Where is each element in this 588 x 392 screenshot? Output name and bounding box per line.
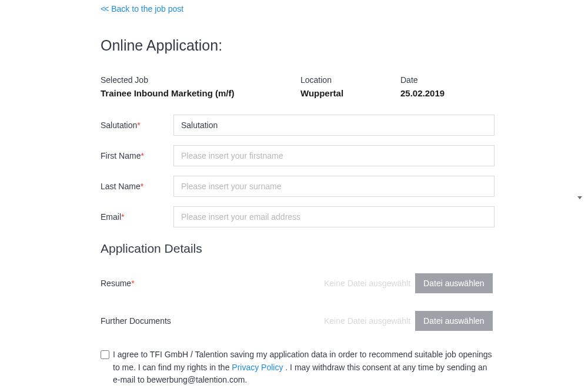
- date-value: 25.02.2019: [400, 88, 495, 98]
- further-documents-file-status: Keine Datei ausgewählt: [324, 316, 410, 326]
- application-details-title: Application Details: [101, 242, 495, 256]
- salutation-label: Salutation*: [101, 120, 173, 130]
- selected-job-label: Selected Job: [101, 75, 300, 85]
- chevron-down-icon: [577, 192, 582, 201]
- further-documents-choose-file-button[interactable]: Datei auswählen: [415, 311, 493, 331]
- privacy-policy-link[interactable]: Privacy Policy: [232, 363, 283, 372]
- first-name-label: First Name*: [101, 151, 173, 160]
- selected-job-value: Trainee Inbound Marketing (m/f): [101, 88, 300, 98]
- location-value: Wuppertal: [300, 88, 400, 98]
- back-link[interactable]: << Back to the job post: [101, 4, 183, 14]
- email-label: Email*: [101, 212, 173, 222]
- date-label: Date: [400, 75, 495, 85]
- consent-text: I agree to TFI GmbH / Talention saving m…: [113, 349, 495, 387]
- location-label: Location: [300, 75, 400, 85]
- salutation-select[interactable]: Salutation: [173, 115, 495, 136]
- further-documents-label: Further Documents: [101, 316, 324, 326]
- salutation-selected-value: Salutation: [181, 120, 218, 130]
- last-name-label: Last Name*: [101, 182, 173, 191]
- resume-choose-file-button[interactable]: Datei auswählen: [415, 273, 493, 293]
- job-summary: Selected Job Location Date Trainee Inbou…: [101, 75, 495, 98]
- consent-checkbox[interactable]: [101, 350, 109, 359]
- first-name-input[interactable]: [173, 145, 495, 166]
- last-name-input[interactable]: [173, 176, 495, 197]
- back-link-text: Back to the job post: [111, 4, 183, 14]
- resume-file-status: Keine Datei ausgewählt: [324, 279, 410, 288]
- email-input[interactable]: [173, 206, 495, 227]
- resume-label: Resume*: [101, 279, 324, 288]
- page-title: Online Application:: [101, 37, 495, 54]
